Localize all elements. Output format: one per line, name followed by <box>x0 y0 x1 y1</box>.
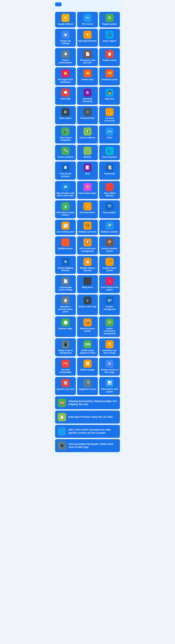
faqs-icon: FAQ <box>106 128 114 136</box>
track-refund-icon: 🔖 <box>106 277 114 285</box>
dynamic-slider-label: Dynamic slider <box>58 328 72 330</box>
feature-card-color-theme[interactable]: 🎨Color theme option <box>77 181 98 199</box>
feature-card-faqs[interactable]: FAQFAQ's <box>99 126 120 144</box>
feature-card-dynamic-slider[interactable]: ⬤Dynamic slider <box>55 316 76 337</box>
feature-card-wishlist[interactable]: 🛒Wishlist <box>77 145 98 160</box>
feature-card-multiple-locales[interactable]: 📍Multiple locales <box>55 236 76 254</box>
seo-tags-label: Auto generation Opengraph, Twitter Card,… <box>68 442 117 449</box>
admin-panel-icon: 📋 <box>61 296 69 304</box>
feature-card-help-desk[interactable]: 👩Help desk <box>99 87 120 105</box>
feature-card-shipping-methods[interactable]: ✈Various Shipping Methods <box>55 256 76 274</box>
fullwidth-card-shipping-options[interactable]: 🚚Shipping (local pickup, Shipping weight… <box>55 396 120 409</box>
read-time-icon: ⏱ <box>106 340 114 348</box>
feature-card-easy-installer[interactable]: 🛡Easy installer <box>99 200 120 218</box>
vendor-commission-icon: 💹 <box>106 318 114 326</box>
fullwidth-card-bulk-import-csv[interactable]: 📋Bulk Import Product using CSV, XLX file… <box>55 410 120 424</box>
feature-card-create-cashback[interactable]: 💸Create cashback <box>55 145 76 160</box>
feature-card-read-time[interactable]: ⏱Estimated read time in blogs <box>99 338 120 356</box>
vendor-commission-label: Vendor commission management <box>100 328 119 335</box>
feature-card-multiple-currencies[interactable]: 💱Multiple currencies <box>77 220 98 235</box>
quick-support-label: Quick support <box>103 40 116 42</box>
twilio-sms-label: Twilio SMS <box>60 98 70 100</box>
feature-card-product-variation[interactable]: 📦Product variation system <box>99 236 120 254</box>
feature-card-seller-chart[interactable]: 📊Seller/Admin chart system <box>99 377 120 395</box>
feature-card-taxable-reports[interactable]: 📋Taxable reports <box>99 48 120 66</box>
demo-import-icon: D <box>61 108 69 116</box>
feature-card-testimonial[interactable]: 📜Testimonial <box>99 162 120 180</box>
feature-card-vendor-commission[interactable]: 💹Vendor commission management <box>99 316 120 337</box>
demo-import-label: Demo import <box>59 117 71 120</box>
feature-card-voice-search[interactable]: 🎤Voice search integration <box>55 126 76 144</box>
feature-card-abuse-word[interactable]: 🚫Abuse Word filtration <box>99 181 120 199</box>
feature-card-trash-bin[interactable]: 🗑Trash bin for products <box>55 162 76 180</box>
push-notification-label: One signal Push notification <box>56 78 75 84</box>
feature-card-ads-promotion[interactable]: 📢ADS & promotion management <box>77 236 98 254</box>
feature-card-rtl-invoice[interactable]: RTLRTL Invoice <box>77 12 98 28</box>
refund-return-label: Refund & return system <box>78 328 97 332</box>
rtl-invoice-icon: RTL <box>83 14 92 22</box>
feature-card-feedback-system[interactable]: 😄Feedback system <box>99 67 120 86</box>
google-reviews-icon: G <box>106 360 114 368</box>
feature-card-mail-templates[interactable]: ✉Mail templates with built in mail edito… <box>55 181 76 199</box>
feature-card-two-factor-auth[interactable]: 🖥2-factor authentication <box>55 48 76 66</box>
feature-card-google-tag-manager[interactable]: ◆Google Tag manager <box>55 29 76 47</box>
bootstrap-icon: B <box>83 89 92 97</box>
feature-card-push-notification[interactable]: 🔔One signal Push notification <box>55 67 76 86</box>
feature-card-widget-management[interactable]: 📱Widget create & management <box>55 338 76 356</box>
feature-card-suggestion-search[interactable]: 🔎Suggestion search <box>77 377 98 395</box>
feature-card-multiple-countries[interactable]: 🌍Multiple countries <box>99 220 120 235</box>
feature-card-bulk-import[interactable]: 🧴Bulk Import simple product <box>55 200 76 218</box>
feature-card-admin-panel[interactable]: 📋Beautiful & powerful admin panel <box>55 294 76 315</box>
feature-card-guest-checkout[interactable]: 👥Guest checkout <box>99 145 120 160</box>
feature-card-currency-conversion[interactable]: 💰Currency conversion <box>99 106 120 124</box>
feature-card-facebook-pixel[interactable]: </>Facebook Pixel <box>77 106 98 124</box>
easy-installer-icon: 🛡 <box>106 202 114 210</box>
feature-card-exclusive-filters[interactable]: ≡Exclusive filter's <box>77 200 98 218</box>
feature-card-vendor-onoff[interactable]: ONOn/Off vendor system on Portal <box>77 338 98 356</box>
feature-card-coupon-management[interactable]: 🏷Coupon management <box>99 294 120 315</box>
feature-card-visitors-chart[interactable]: 😊Visitors chart <box>77 67 98 86</box>
feature-card-low-inventory[interactable]: 📉Low inventory alert <box>55 220 76 235</box>
widget-management-label: Widget create & management <box>56 349 75 354</box>
feature-card-demo-import[interactable]: DDemo import <box>55 106 76 124</box>
help-desk-icon: 👩 <box>106 89 114 97</box>
multiple-currencies-icon: 💱 <box>83 222 92 230</box>
feature-card-regular-update[interactable]: ↻Regular update <box>99 12 120 28</box>
feature-card-media-manager[interactable]: 🖼Media manager <box>77 358 98 376</box>
bulk-import-csv-icon: 📋 <box>58 413 66 421</box>
feature-card-refund-return[interactable]: 📦Refund & return system <box>77 316 98 337</box>
feature-card-google-adsence[interactable]: GGoogle AdSence <box>55 12 76 28</box>
feature-card-sku-code[interactable]: |||Brand's, SKU code <box>77 294 98 315</box>
multiple-countries-icon: 🌍 <box>106 222 114 230</box>
currency-conversion-label: Currency conversion <box>100 117 119 122</box>
low-inventory-icon: 📉 <box>61 222 69 230</box>
feature-card-cash-on-delivery[interactable]: 💵Cash on delivery <box>77 126 98 144</box>
regular-update-icon: ↻ <box>106 14 114 22</box>
feature-card-track-refund[interactable]: 🔖Track refund at live system <box>99 275 120 293</box>
pre-order-label: Pre order functionality <box>56 369 75 374</box>
guest-checkout-label: Guest checkout <box>102 156 117 158</box>
feature-card-bulk-upload-brands[interactable]: ⬆Bulk upload brands <box>77 29 98 47</box>
fullwidth-card-gst-calculation[interactable]: 🌐ISGT, CGST, SGST Calculation for India … <box>55 425 120 438</box>
feature-card-blog[interactable]: 📝Blog <box>77 162 98 180</box>
seller-chart-icon: 📊 <box>106 379 114 387</box>
feature-card-product-report[interactable]: 🥕Product report system <box>99 256 120 274</box>
feature-card-quick-support[interactable]: 🎧Quick support <box>99 29 120 47</box>
create-cashback-icon: 💸 <box>61 147 69 155</box>
feature-card-pre-order[interactable]: PREPre order functionality <box>55 358 76 376</box>
fullwidth-card-seo-tags[interactable]: 🖥Auto generation Opengraph, Twitter Card… <box>55 439 120 452</box>
feature-card-invoice-setting[interactable]: 📄Customizable invoice setting <box>55 275 76 293</box>
facebook-pixel-icon: </> <box>83 108 92 116</box>
feature-card-size-chart[interactable]: 👕Dynamic size chart <box>55 377 76 395</box>
feature-card-multiple-address[interactable]: 📋Multiple address selection <box>77 256 98 274</box>
feature-card-tax-invoice[interactable]: 📄TAX Invoice with QR Code <box>77 48 98 66</box>
feature-card-twilio-sms[interactable]: 💬Twilio SMS <box>55 87 76 105</box>
mega-menu-label: Mega menu <box>82 286 93 289</box>
google-adsence-icon: G <box>61 14 69 22</box>
two-factor-auth-label: 2-factor authentication <box>56 59 75 64</box>
invoice-setting-icon: 📄 <box>61 277 69 285</box>
feature-card-google-reviews[interactable]: GGoogle reviews on store page <box>99 358 120 376</box>
feature-card-bootstrap[interactable]: BBootstrap framework <box>77 87 98 105</box>
blog-label: Blog <box>85 172 90 175</box>
feature-card-mega-menu[interactable]: ⬛Mega menu <box>77 275 98 293</box>
